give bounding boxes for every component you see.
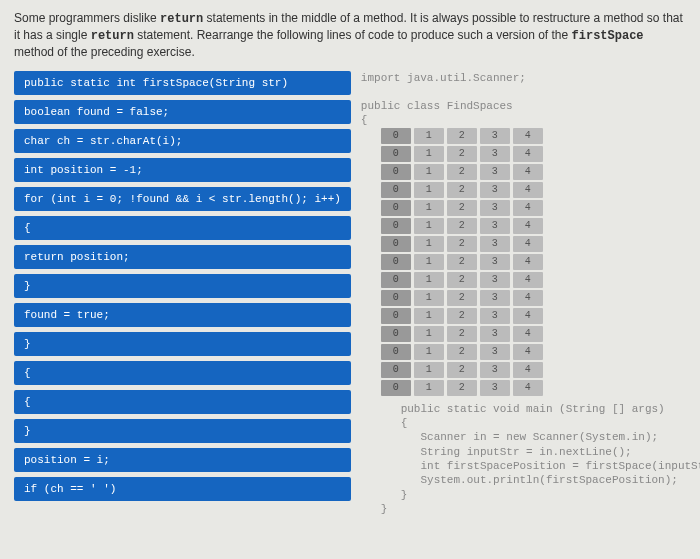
indent-slot[interactable]: 4 bbox=[513, 236, 543, 252]
draggable-code-block[interactable]: } bbox=[14, 332, 351, 356]
indent-slot[interactable]: 2 bbox=[447, 182, 477, 198]
indent-slot[interactable]: 4 bbox=[513, 290, 543, 306]
indent-slot[interactable]: 2 bbox=[447, 344, 477, 360]
indent-slot[interactable]: 0 bbox=[381, 218, 411, 234]
slot-row[interactable]: 01234 bbox=[381, 308, 700, 324]
draggable-code-block[interactable]: position = i; bbox=[14, 448, 351, 472]
indent-slot[interactable]: 4 bbox=[513, 380, 543, 396]
indent-slot[interactable]: 0 bbox=[381, 236, 411, 252]
indent-slot[interactable]: 2 bbox=[447, 308, 477, 324]
indent-slot[interactable]: 1 bbox=[414, 164, 444, 180]
draggable-code-block[interactable]: } bbox=[14, 419, 351, 443]
indent-slot[interactable]: 3 bbox=[480, 254, 510, 270]
indent-slot[interactable]: 2 bbox=[447, 380, 477, 396]
indent-slot[interactable]: 0 bbox=[381, 272, 411, 288]
indent-slot[interactable]: 2 bbox=[447, 128, 477, 144]
indent-slot[interactable]: 1 bbox=[414, 236, 444, 252]
slot-row[interactable]: 01234 bbox=[381, 182, 700, 198]
draggable-code-block[interactable]: int position = -1; bbox=[14, 158, 351, 182]
slot-row[interactable]: 01234 bbox=[381, 344, 700, 360]
indent-slot[interactable]: 1 bbox=[414, 146, 444, 162]
indent-slot[interactable]: 4 bbox=[513, 182, 543, 198]
indent-slot[interactable]: 4 bbox=[513, 362, 543, 378]
indent-slot[interactable]: 3 bbox=[480, 308, 510, 324]
draggable-code-block[interactable]: { bbox=[14, 216, 351, 240]
indent-slot[interactable]: 2 bbox=[447, 164, 477, 180]
indent-slot[interactable]: 0 bbox=[381, 308, 411, 324]
indent-slot[interactable]: 2 bbox=[447, 146, 477, 162]
slot-row[interactable]: 01234 bbox=[381, 128, 700, 144]
slot-row[interactable]: 01234 bbox=[381, 290, 700, 306]
indent-slot[interactable]: 4 bbox=[513, 254, 543, 270]
indent-slot[interactable]: 4 bbox=[513, 308, 543, 324]
indent-slot[interactable]: 2 bbox=[447, 218, 477, 234]
indent-slot[interactable]: 3 bbox=[480, 236, 510, 252]
indent-slot[interactable]: 2 bbox=[447, 272, 477, 288]
indent-slot[interactable]: 0 bbox=[381, 164, 411, 180]
draggable-code-block[interactable]: char ch = str.charAt(i); bbox=[14, 129, 351, 153]
draggable-code-block[interactable]: for (int i = 0; !found && i < str.length… bbox=[14, 187, 351, 211]
indent-slot[interactable]: 3 bbox=[480, 146, 510, 162]
indent-slot[interactable]: 0 bbox=[381, 326, 411, 342]
indent-slot[interactable]: 2 bbox=[447, 290, 477, 306]
draggable-code-block[interactable]: { bbox=[14, 390, 351, 414]
indent-slot[interactable]: 1 bbox=[414, 326, 444, 342]
indent-slot[interactable]: 0 bbox=[381, 380, 411, 396]
indent-slot[interactable]: 2 bbox=[447, 326, 477, 342]
indent-slot[interactable]: 2 bbox=[447, 362, 477, 378]
indent-slot[interactable]: 3 bbox=[480, 128, 510, 144]
indent-slot[interactable]: 2 bbox=[447, 236, 477, 252]
indent-slot[interactable]: 4 bbox=[513, 146, 543, 162]
draggable-code-block[interactable]: public static int firstSpace(String str) bbox=[14, 71, 351, 95]
indent-slot[interactable]: 3 bbox=[480, 380, 510, 396]
slot-row[interactable]: 01234 bbox=[381, 236, 700, 252]
indent-slot[interactable]: 1 bbox=[414, 254, 444, 270]
indent-slot[interactable]: 1 bbox=[414, 290, 444, 306]
indent-slot[interactable]: 3 bbox=[480, 200, 510, 216]
indent-slot[interactable]: 1 bbox=[414, 182, 444, 198]
draggable-code-block[interactable]: return position; bbox=[14, 245, 351, 269]
indent-slot[interactable]: 1 bbox=[414, 218, 444, 234]
indent-slot[interactable]: 0 bbox=[381, 344, 411, 360]
indent-slot[interactable]: 3 bbox=[480, 182, 510, 198]
indent-slot[interactable]: 3 bbox=[480, 164, 510, 180]
indent-slot[interactable]: 0 bbox=[381, 254, 411, 270]
slot-row[interactable]: 01234 bbox=[381, 146, 700, 162]
indent-slot[interactable]: 0 bbox=[381, 128, 411, 144]
indent-slot[interactable]: 1 bbox=[414, 200, 444, 216]
indent-slot[interactable]: 1 bbox=[414, 380, 444, 396]
indent-slot[interactable]: 4 bbox=[513, 200, 543, 216]
indent-slot[interactable]: 0 bbox=[381, 362, 411, 378]
indent-slot[interactable]: 1 bbox=[414, 128, 444, 144]
draggable-code-block[interactable]: { bbox=[14, 361, 351, 385]
draggable-code-block[interactable]: boolean found = false; bbox=[14, 100, 351, 124]
draggable-code-block[interactable]: if (ch == ' ') bbox=[14, 477, 351, 501]
indent-slot[interactable]: 3 bbox=[480, 362, 510, 378]
indent-slot[interactable]: 1 bbox=[414, 308, 444, 324]
slot-row[interactable]: 01234 bbox=[381, 254, 700, 270]
slot-row[interactable]: 01234 bbox=[381, 380, 700, 396]
indent-slot[interactable]: 4 bbox=[513, 272, 543, 288]
indent-slot[interactable]: 2 bbox=[447, 254, 477, 270]
slot-row[interactable]: 01234 bbox=[381, 326, 700, 342]
indent-slot[interactable]: 1 bbox=[414, 362, 444, 378]
draggable-code-block[interactable]: found = true; bbox=[14, 303, 351, 327]
indent-slot[interactable]: 2 bbox=[447, 200, 477, 216]
indent-slot[interactable]: 0 bbox=[381, 182, 411, 198]
slot-row[interactable]: 01234 bbox=[381, 218, 700, 234]
indent-slot[interactable]: 0 bbox=[381, 290, 411, 306]
indent-slot[interactable]: 3 bbox=[480, 344, 510, 360]
indent-slot[interactable]: 0 bbox=[381, 146, 411, 162]
indent-slot[interactable]: 4 bbox=[513, 218, 543, 234]
indent-slot[interactable]: 4 bbox=[513, 128, 543, 144]
indent-slot[interactable]: 3 bbox=[480, 326, 510, 342]
indent-slot[interactable]: 1 bbox=[414, 272, 444, 288]
indent-slot[interactable]: 1 bbox=[414, 344, 444, 360]
indent-slot[interactable]: 3 bbox=[480, 272, 510, 288]
indent-slot[interactable]: 0 bbox=[381, 200, 411, 216]
slot-row[interactable]: 01234 bbox=[381, 272, 700, 288]
slot-row[interactable]: 01234 bbox=[381, 164, 700, 180]
draggable-code-block[interactable]: } bbox=[14, 274, 351, 298]
slot-row[interactable]: 01234 bbox=[381, 200, 700, 216]
slot-row[interactable]: 01234 bbox=[381, 362, 700, 378]
